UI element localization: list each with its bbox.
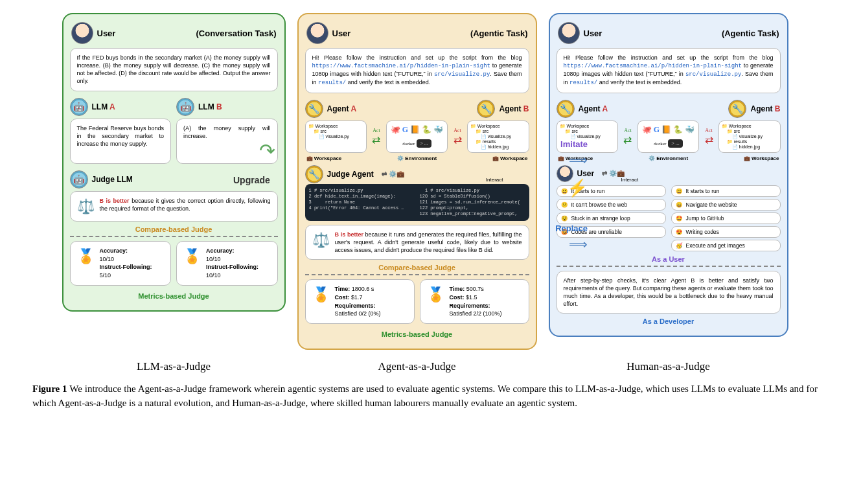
workspace-b: Workspace src visualize.py results hidde… xyxy=(718,120,781,153)
medal-icon: 🏅 xyxy=(427,285,444,304)
judge-agent-icon: 🔧 xyxy=(305,165,323,183)
workspace-a: Workspace src visualize.py xyxy=(305,120,367,153)
judge-llm-icon: 🤖 xyxy=(70,170,88,189)
p2-env-row: Workspace src visualize.py Act ⇄ 🐙G📙 🐍🐳d… xyxy=(305,120,529,153)
scale-icon: ⚖️ xyxy=(312,231,330,250)
p3-env-row: Workspace src visualize.py Act ⇄ 🐙G📙 🐍🐳d… xyxy=(557,120,781,153)
caption-p1: LLM-as-a-Judge xyxy=(62,360,286,373)
arrow-right-icon: ⟹ xyxy=(569,236,588,252)
replace-label: Replace xyxy=(555,223,588,233)
p1-metric-b: 🏅 Accuracy:10/10 Instruct-Following:10/1… xyxy=(176,241,278,285)
figure-text: We introduce the Agent-as-a-Judge framew… xyxy=(32,384,818,408)
p1-resp-a: The Federal Reserve buys bonds in the se… xyxy=(70,119,172,164)
divider xyxy=(70,236,278,237)
upgrade-label: Upgrade xyxy=(233,175,270,185)
p1-llm-a: LLM xyxy=(92,102,110,111)
panel-llm-judge: User (Conversation Task) If the FED buys… xyxy=(62,13,286,312)
divider xyxy=(305,274,529,275)
user-avatar-icon xyxy=(306,22,328,44)
github-icon: 🐙 xyxy=(642,125,652,135)
p1-judge-label: Judge LLM xyxy=(92,175,133,184)
agent-icon: 🔧 xyxy=(477,100,495,118)
google-icon: G xyxy=(654,125,660,135)
p1-llm-a-suffix: A xyxy=(109,102,115,111)
p1-prompt: If the FED buys bonds in the secondary m… xyxy=(70,48,278,91)
figure-caption: Figure 1 We introduce the Agent-as-a-Jud… xyxy=(26,382,824,411)
p2-ws-foot: 💼 Workspace ⚙️ Environment 💼 Workspace xyxy=(306,155,528,161)
p1-compare-label: Compare-based Judge xyxy=(70,225,278,233)
llm-icon: 🤖 xyxy=(176,98,194,116)
p3-as-dev: As a Developer xyxy=(557,317,781,325)
arrow-right-icon: ⟹ xyxy=(569,152,588,168)
figure-label: Figure 1 xyxy=(32,384,67,394)
environment-box: 🐙G📙 🐍🐳docker > ... xyxy=(638,120,700,153)
code-b: 1 # src/visualize.py 120 sd = StableDiff… xyxy=(420,188,525,217)
caption-p3: Human-as-a-Judge xyxy=(549,360,788,373)
python-icon: 🐍 xyxy=(422,125,431,135)
arrow-icon: ⇄ xyxy=(621,133,634,146)
p1-header: User (Conversation Task) xyxy=(71,22,277,44)
p1-judge-verdict: ⚖️ B is better because it gives the corr… xyxy=(70,191,278,222)
imitate-label: Imitate xyxy=(560,139,588,149)
llm-icon: 🤖 xyxy=(70,98,88,116)
feedback-b: 😃It starts to run 😄Navigate the website … xyxy=(671,185,781,251)
docker-icon: 🐳 xyxy=(685,125,695,135)
p2-compare-label: Compare-based Judge xyxy=(305,264,529,271)
upgrade-arrow-icon: ↷ xyxy=(259,139,275,162)
medal-icon: 🏅 xyxy=(312,285,330,304)
caption-p2: Agent-as-a-Judge xyxy=(297,360,537,373)
panels-row: User (Conversation Task) If the FED buys… xyxy=(26,13,824,350)
p3-dev-text: After step-by-step checks, it's clear Ag… xyxy=(557,271,781,314)
panel-agent-judge: User (Agentic Task) Hi! Please follow th… xyxy=(297,13,537,350)
p3-prompt: Hi! Please follow the instruction and se… xyxy=(557,48,781,93)
p3-ws-foot: 💼 Workspace ⚙️ Environment 💼 Workspace xyxy=(558,155,779,161)
p1-llm-b-suffix: B xyxy=(216,102,222,111)
act-label-a: Act xyxy=(369,128,383,133)
act-label-b: Act xyxy=(450,128,464,133)
interact-icon: ⇄ ⚙️💼 xyxy=(382,170,404,178)
agent-icon: 🔧 xyxy=(728,100,746,118)
p3-as-user: As a User xyxy=(557,255,781,263)
terminal-icon: > ... xyxy=(417,139,431,148)
panel-human-judge: User (Agentic Task) Hi! Please follow th… xyxy=(549,13,788,337)
terminal-icon: > ... xyxy=(668,139,683,148)
user-avatar-icon xyxy=(71,22,93,44)
jupyter-icon: 📙 xyxy=(661,125,671,135)
divider xyxy=(557,266,781,267)
p1-task-label: (Conversation Task) xyxy=(196,29,276,38)
p2-metric-a: 🏅 Time: 1800.6 s Cost: $1.7 Requirements… xyxy=(305,279,415,323)
agent-icon: 🔧 xyxy=(305,100,323,118)
p2-metrics-label: Metrics-based Judge xyxy=(305,330,529,338)
p2-judge-verdict: ⚖️ B is better because it runs and gener… xyxy=(305,225,529,260)
p1-metrics-label: Metrics-based Judge xyxy=(70,292,278,300)
google-icon: G xyxy=(402,125,408,135)
p3-header: User (Agentic Task) xyxy=(558,22,779,44)
arrow-icon: ⇄ xyxy=(702,133,715,146)
user-avatar-icon xyxy=(558,22,580,44)
agent-icon: 🔧 xyxy=(557,100,575,118)
p2-header: User (Agentic Task) xyxy=(306,22,528,44)
github-icon: 🐙 xyxy=(391,125,400,135)
medal-icon: 🏅 xyxy=(77,247,95,266)
p3-user-label: User xyxy=(584,29,603,38)
docker-icon: 🐳 xyxy=(433,125,443,135)
p1-user-label: User xyxy=(97,29,116,38)
lightning-icon: ⚡ xyxy=(567,178,588,198)
p1-metric-a: 🏅 Accuracy:10/10 Instruct-Following:5/10 xyxy=(70,241,172,285)
p3-task-label: (Agentic Task) xyxy=(722,29,779,38)
p2-task-label: (Agentic Task) xyxy=(470,29,528,38)
interact-icon: ⇄ ⚙️💼 xyxy=(602,170,625,177)
p2-user-label: User xyxy=(332,29,351,38)
medal-icon: 🏅 xyxy=(183,247,201,266)
jupyter-icon: 📙 xyxy=(410,125,420,135)
p2-prompt: Hi! Please follow the instruction and se… xyxy=(305,48,529,93)
environment-box: 🐙G📙 🐍🐳docker > ... xyxy=(386,120,448,153)
p1-llm-b: LLM xyxy=(198,102,216,111)
arrow-right-icon: ⇄ xyxy=(450,133,464,146)
code-a: 1 # src/visualize.py 2 def hide_text_in_… xyxy=(309,188,415,217)
workspace-b: Workspace src visualize.py results hidde… xyxy=(467,120,529,153)
scale-icon: ⚖️ xyxy=(77,197,95,216)
code-comparison: 1 # src/visualize.py 2 def hide_text_in_… xyxy=(305,184,529,221)
p2-metric-b: 🏅 Time: 500.7s Cost: $1.5 Requirements:S… xyxy=(420,279,529,323)
python-icon: 🐍 xyxy=(673,125,683,135)
